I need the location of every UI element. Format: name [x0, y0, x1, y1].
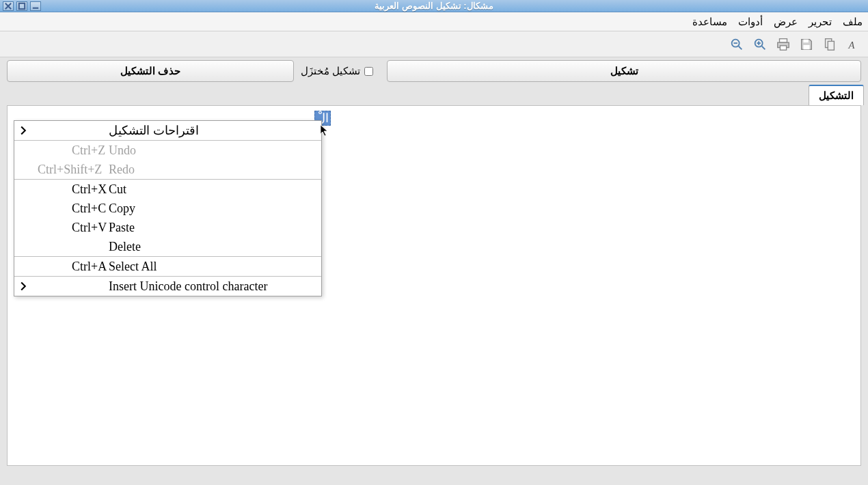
minimize-window-button[interactable]	[30, 1, 41, 11]
cm-delete[interactable]: Delete	[14, 237, 321, 256]
tab-tashkeel[interactable]: التشكيل	[809, 85, 864, 105]
cm-paste[interactable]: Ctrl+V Paste	[14, 218, 321, 237]
reduced-tashkeel-checkbox-wrap: تشكيل مُختزَل	[301, 65, 373, 77]
menubar: ملف تحرير عرض أدوات مساعدة	[0, 12, 868, 31]
cm-copy-shortcut: Ctrl+C	[72, 202, 106, 216]
copy-icon[interactable]	[820, 35, 839, 54]
chevron-right-icon	[18, 126, 28, 135]
svg-rect-7	[780, 38, 787, 42]
cm-cut[interactable]: Ctrl+X Cut	[14, 180, 321, 199]
cm-undo: Ctrl+Z Undo	[14, 141, 321, 160]
cm-redo: Ctrl+Shift+Z Redo	[14, 160, 321, 179]
cm-undo-shortcut: Ctrl+Z	[72, 143, 105, 158]
cm-cut-shortcut: Ctrl+X	[72, 182, 107, 197]
zoom-in-icon[interactable]	[750, 35, 770, 54]
cm-delete-label: Delete	[109, 240, 141, 254]
svg-line-11	[762, 46, 765, 49]
cm-suggestions-label: اقتراحات التشكيل	[109, 123, 199, 138]
reduced-tashkeel-label: تشكيل مُختزَل	[301, 65, 360, 77]
cm-redo-label: Redo	[109, 163, 135, 177]
font-icon[interactable]: A	[843, 35, 863, 54]
svg-rect-0	[19, 3, 25, 8]
editor-content[interactable]: الْ	[8, 106, 860, 117]
context-menu: اقتراحات التشكيل Ctrl+Z Undo Ctrl+Shift+…	[14, 120, 322, 296]
cm-select-all[interactable]: Ctrl+A Select All	[14, 257, 321, 276]
svg-rect-4	[828, 41, 834, 50]
svg-rect-9	[780, 45, 786, 49]
menu-view[interactable]: عرض	[774, 16, 798, 28]
tashkeel-button[interactable]: تشكيل	[387, 60, 861, 82]
cm-undo-label: Undo	[109, 143, 136, 158]
close-window-button[interactable]	[3, 1, 14, 11]
action-row: حذف التشكيل تشكيل مُختزَل تشكيل	[0, 57, 868, 85]
toolbar: A	[0, 31, 868, 57]
remove-tashkeel-button[interactable]: حذف التشكيل	[7, 60, 294, 82]
zoom-out-icon[interactable]	[727, 35, 746, 54]
menu-file[interactable]: ملف	[843, 16, 863, 28]
cm-insert-unicode-label: Insert Unicode control character	[109, 279, 267, 294]
cm-paste-shortcut: Ctrl+V	[72, 221, 107, 235]
svg-rect-5	[803, 39, 808, 42]
cm-select-all-shortcut: Ctrl+A	[72, 260, 107, 274]
save-icon[interactable]	[797, 35, 816, 54]
svg-line-15	[739, 46, 742, 49]
reduced-tashkeel-checkbox[interactable]	[364, 67, 373, 76]
window-title: مشكال: تشكيل النصوص العربية	[375, 1, 493, 11]
window-controls	[0, 1, 41, 11]
menu-edit[interactable]: تحرير	[809, 16, 832, 28]
menu-tools[interactable]: أدوات	[738, 16, 763, 28]
cm-suggestions[interactable]: اقتراحات التشكيل	[14, 121, 321, 140]
maximize-window-button[interactable]	[16, 1, 27, 11]
titlebar: مشكال: تشكيل النصوص العربية	[0, 0, 868, 12]
print-icon[interactable]	[774, 35, 793, 54]
tabs-row: التشكيل	[0, 85, 868, 105]
cm-cut-label: Cut	[109, 182, 126, 197]
cm-paste-label: Paste	[109, 221, 135, 235]
cm-copy-label: Copy	[109, 202, 135, 216]
cm-copy[interactable]: Ctrl+C Copy	[14, 199, 321, 218]
svg-text:A: A	[848, 39, 855, 50]
cm-redo-shortcut: Ctrl+Shift+Z	[38, 163, 102, 177]
svg-rect-6	[803, 44, 809, 48]
chevron-right-icon	[18, 281, 28, 291]
menu-help[interactable]: مساعدة	[692, 16, 727, 28]
cm-insert-unicode[interactable]: Insert Unicode control character	[14, 277, 321, 296]
cm-select-all-label: Select All	[109, 260, 157, 274]
